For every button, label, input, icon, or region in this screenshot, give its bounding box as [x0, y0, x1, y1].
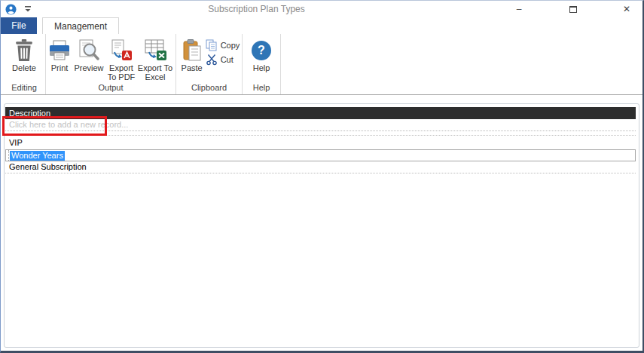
paste-clipboard-icon [182, 37, 202, 63]
export-pdf-icon [110, 37, 133, 63]
help-button[interactable]: ? Help [246, 35, 276, 72]
paste-label: Paste [182, 63, 203, 72]
print-label: Print [51, 63, 69, 72]
preview-magnifier-icon [78, 37, 100, 63]
tab-management[interactable]: Management [42, 17, 119, 34]
preview-button[interactable]: Preview [72, 35, 106, 72]
copy-label: Copy [221, 41, 240, 50]
ribbon-group-editing: Delete Editing [3, 34, 46, 94]
maximize-button[interactable] [565, 2, 581, 16]
table-row[interactable]: General Subscription [5, 161, 636, 173]
preview-label: Preview [74, 63, 103, 72]
export-excel-icon [143, 37, 167, 63]
minimize-button[interactable]: – [511, 2, 527, 16]
cut-button[interactable]: Cut [206, 54, 240, 66]
ribbon-group-help: ? Help Help [243, 34, 281, 94]
tab-file[interactable]: File [1, 17, 37, 34]
export-excel-label: Export To Excel [136, 63, 174, 81]
table-row[interactable]: VIP [5, 136, 636, 149]
export-pdf-button[interactable]: Export To PDF [106, 35, 136, 81]
ribbon-tabs: File Management [1, 17, 642, 34]
app-window: Subscription Plan Types – ✕ File Managem… [0, 0, 644, 353]
help-icon: ? [252, 37, 271, 63]
app-logo-icon[interactable] [5, 4, 17, 15]
grid-panel: Description Click here to add a new reco… [4, 103, 639, 348]
window-controls: – ✕ [511, 2, 642, 16]
annotation-highlight [2, 116, 107, 136]
ribbon-group-output: Print Preview [46, 34, 176, 94]
group-label-help: Help [243, 82, 280, 94]
titlebar: Subscription Plan Types – ✕ [1, 1, 642, 17]
paste-button[interactable]: Paste [179, 35, 206, 72]
window-title: Subscription Plan Types [32, 4, 511, 14]
print-button[interactable]: Print [47, 35, 72, 72]
group-label-output: Output [46, 82, 175, 94]
delete-label: Delete [12, 63, 36, 72]
group-label-editing: Editing [3, 82, 45, 94]
group-label-clipboard: Clipboard [176, 82, 242, 94]
ribbon: Delete Editing [1, 34, 642, 95]
clipboard-small-buttons: Copy Cut [206, 35, 240, 66]
copy-icon [206, 39, 218, 51]
ribbon-group-clipboard: Paste Copy [176, 34, 243, 94]
delete-button[interactable]: Delete [9, 35, 39, 72]
row-focus-indicator [6, 150, 9, 161]
cut-label: Cut [221, 55, 233, 64]
help-label: Help [253, 63, 270, 72]
maximize-icon [569, 6, 577, 13]
row-text-selected: Wonder Years [10, 151, 65, 161]
export-pdf-label: Export To PDF [106, 63, 136, 81]
trash-icon [14, 37, 34, 63]
quick-access-dropdown-icon[interactable] [23, 5, 32, 13]
printer-icon [48, 37, 71, 63]
export-excel-button[interactable]: Export To Excel [136, 35, 174, 81]
close-button[interactable]: ✕ [618, 2, 635, 16]
copy-button[interactable]: Copy [206, 39, 240, 51]
table-row-selected[interactable]: Wonder Years [5, 149, 636, 161]
scissors-icon [206, 54, 218, 66]
